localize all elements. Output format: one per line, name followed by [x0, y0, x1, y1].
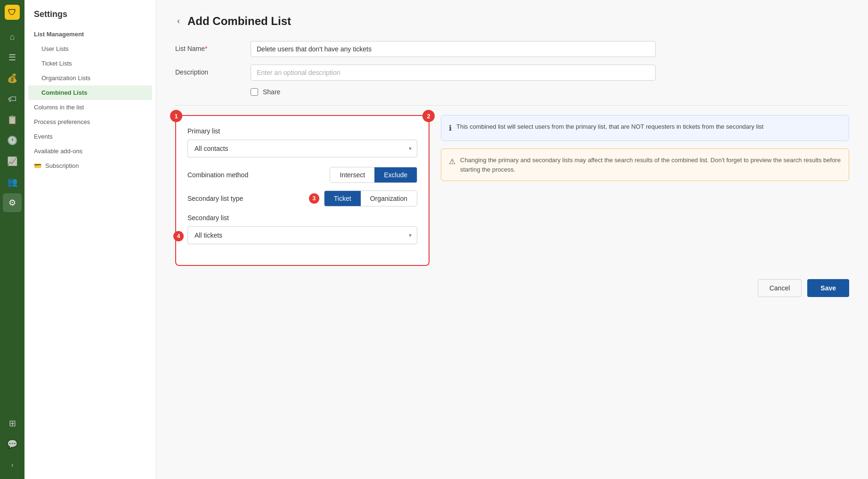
info-circle-icon: ℹ	[449, 123, 452, 134]
combination-method-btn-group: Intersect Exclude	[330, 167, 417, 183]
sidebar-title: Settings	[24, 9, 156, 27]
chat-icon[interactable]: 💬	[3, 435, 22, 454]
page-header: ‹ Add Combined List	[175, 14, 849, 28]
text-sidebar: Settings List Management User Lists Tick…	[24, 0, 156, 479]
config-area: 1 2 Primary list All contacts ▾ Combinat…	[175, 115, 849, 266]
home-icon[interactable]: ⌂	[3, 27, 22, 46]
chart-icon[interactable]: 📈	[3, 152, 22, 171]
ticket-type-button[interactable]: Ticket	[324, 191, 361, 206]
info-box-blue: ℹ This combined list will select users f…	[441, 115, 849, 141]
list-name-label: List Name*	[175, 41, 241, 52]
primary-list-select[interactable]: All contacts	[187, 140, 417, 157]
subscription-icon: 💳	[34, 162, 41, 169]
apps-icon[interactable]: ⊞	[3, 414, 22, 433]
cancel-button[interactable]: Cancel	[758, 279, 802, 297]
intersect-button[interactable]: Intersect	[330, 167, 374, 182]
settings-icon[interactable]: ⚙	[3, 193, 22, 212]
app-logo: 🛡	[5, 5, 20, 20]
description-group: Description	[175, 65, 849, 81]
sidebar-item-subscription[interactable]: 💳 Subscription	[24, 158, 156, 173]
secondary-list-label: Secondary list	[187, 214, 417, 222]
icon-sidebar: 🛡 ⌂ ☰ 💰 🏷 📋 🕐 📈 👥 ⚙ ⊞ 💬 ›	[0, 0, 24, 479]
primary-list-wrapper: All contacts ▾	[187, 140, 417, 157]
collapse-sidebar-icon[interactable]: ›	[3, 455, 22, 474]
share-checkbox[interactable]	[251, 88, 258, 96]
combination-method-label: Combination method	[187, 171, 248, 179]
list-icon[interactable]: ☰	[3, 48, 22, 67]
people-icon[interactable]: 👥	[3, 173, 22, 191]
sidebar-item-ticket-lists[interactable]: Ticket Lists	[24, 56, 156, 71]
main-content: ‹ Add Combined List List Name* Descripti…	[156, 0, 868, 479]
clipboard-icon[interactable]: 📋	[3, 110, 22, 129]
sidebar-item-organization-lists[interactable]: Organization Lists	[24, 71, 156, 85]
info-box-warning-text: Changing the primary and secondary lists…	[460, 156, 841, 174]
sidebar-item-user-lists[interactable]: User Lists	[24, 41, 156, 56]
description-input[interactable]	[251, 65, 656, 81]
list-management-header: List Management	[24, 27, 156, 41]
secondary-list-type-label: Secondary list type	[187, 195, 243, 202]
secondary-list-select[interactable]: All tickets	[187, 226, 417, 244]
info-box-warning: ⚠ Changing the primary and secondary lis…	[441, 149, 849, 181]
warning-icon: ⚠	[449, 156, 455, 167]
annotation-badge-2: 2	[422, 110, 435, 122]
list-name-group: List Name*	[175, 41, 849, 57]
billing-icon[interactable]: 💰	[3, 69, 22, 88]
sidebar-item-columns[interactable]: Columns in the list	[24, 100, 156, 115]
secondary-list-type-btn-group: Ticket Organization	[324, 190, 417, 206]
info-boxes: ℹ This combined list will select users f…	[441, 115, 849, 266]
sidebar-item-addons[interactable]: Available add-ons	[24, 144, 156, 158]
organization-type-button[interactable]: Organization	[361, 191, 417, 206]
clock-icon[interactable]: 🕐	[3, 131, 22, 150]
combination-method-row: Combination method Intersect Exclude	[187, 167, 417, 183]
divider	[175, 105, 849, 106]
share-label: Share	[263, 88, 280, 96]
form-footer: Cancel Save	[175, 279, 849, 297]
annotation-badge-3: 3	[309, 193, 319, 204]
secondary-list-type-row: Secondary list type 3 Ticket Organizatio…	[187, 190, 417, 206]
sidebar-item-process-preferences[interactable]: Process preferences	[24, 115, 156, 129]
secondary-list-wrapper: 4 All tickets ▾	[187, 226, 417, 244]
subscription-label: Subscription	[45, 162, 79, 169]
back-button[interactable]: ‹	[175, 14, 182, 28]
share-row: Share	[251, 88, 849, 96]
annotation-badge-1: 1	[170, 110, 182, 122]
info-box-blue-text: This combined list will select users fro…	[456, 122, 763, 132]
annotation-badge-4: 4	[173, 231, 184, 241]
sidebar-item-events[interactable]: Events	[24, 129, 156, 144]
save-button[interactable]: Save	[807, 279, 849, 297]
description-label: Description	[175, 65, 241, 76]
config-box: 1 2 Primary list All contacts ▾ Combinat…	[175, 115, 430, 266]
sidebar-item-combined-lists[interactable]: Combined Lists	[28, 85, 152, 100]
tag-icon[interactable]: 🏷	[3, 90, 22, 108]
primary-list-label: Primary list	[187, 127, 417, 135]
exclude-button[interactable]: Exclude	[374, 167, 417, 182]
list-name-input[interactable]	[251, 41, 656, 57]
page-title: Add Combined List	[187, 15, 291, 28]
